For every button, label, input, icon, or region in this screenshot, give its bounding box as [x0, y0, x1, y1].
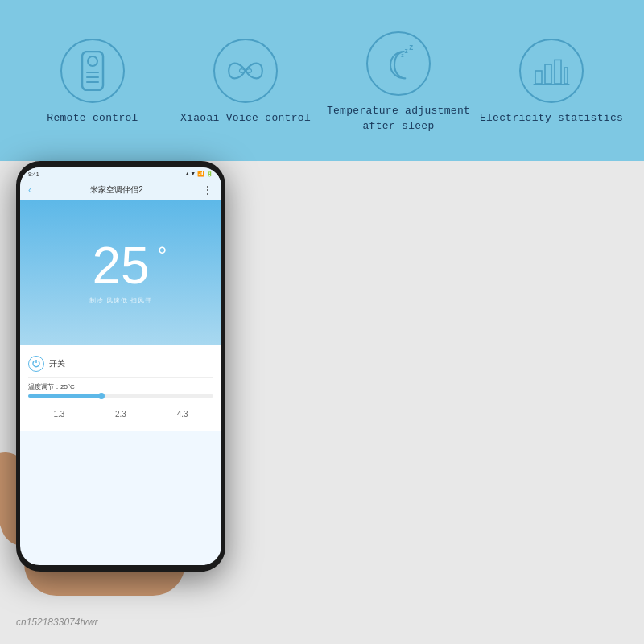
svg-rect-3 — [86, 76, 99, 78]
controls-area: 开关 温度调节：25°C 1.3 2.3 4.3 — [20, 345, 221, 431]
power-button-icon[interactable] — [28, 356, 44, 372]
bottom-num-1[interactable]: 1.3 — [53, 410, 64, 419]
phone-mockup: 9:41 ▲▼ 📶 🔋 ‹ 米家空调伴侣2 ⋮ 25° 制冷 风速低 扫风开 — [16, 161, 225, 572]
menu-icon[interactable]: ⋮ — [202, 184, 213, 196]
stats-icon — [531, 55, 572, 87]
voice-icon — [225, 51, 266, 91]
temperature-display: 25° — [92, 240, 149, 291]
feature-voice-control: Xiaoai Voice control — [173, 39, 318, 126]
electricity-stats-label: Electricity statistics — [480, 111, 623, 126]
svg-rect-11 — [564, 68, 568, 84]
slider-fill — [28, 394, 102, 398]
svg-text:z: z — [409, 43, 413, 52]
watermark: cn1521833074tvwr — [16, 617, 97, 628]
feature-remote-control: Remote control — [20, 39, 165, 126]
power-label: 开关 — [49, 358, 65, 369]
app-nav: ‹ 米家空调伴侣2 ⋮ — [20, 180, 221, 200]
feature-sleep-temp: z z z Temperature adjustment after sleep — [326, 31, 471, 133]
temp-sub-text: 制冷 风速低 扫风开 — [89, 296, 152, 305]
svg-rect-0 — [82, 52, 103, 90]
phone-screen: 9:41 ▲▼ 📶 🔋 ‹ 米家空调伴侣2 ⋮ 25° 制冷 风速低 扫风开 — [20, 167, 221, 565]
status-bar: 9:41 ▲▼ 📶 🔋 — [20, 167, 221, 180]
remote-control-label: Remote control — [47, 111, 138, 126]
sleep-temp-label: Temperature adjustment after sleep — [326, 104, 471, 133]
status-time: 9:41 — [28, 171, 39, 177]
svg-rect-8 — [535, 71, 542, 84]
top-banner: Remote control Xiaoai Voice control z z … — [0, 0, 644, 161]
stats-icon-circle — [519, 39, 584, 103]
svg-rect-9 — [545, 64, 551, 84]
bottom-num-3[interactable]: 4.3 — [177, 410, 188, 419]
sleep-icon: z z z — [378, 43, 419, 84]
bottom-num-2[interactable]: 2.3 — [115, 410, 126, 419]
temp-adjust-row: 温度调节：25°C — [28, 378, 213, 403]
power-row: 开关 — [28, 351, 213, 378]
sleep-icon-circle: z z z — [366, 31, 431, 96]
svg-rect-10 — [555, 60, 561, 85]
remote-icon — [80, 51, 105, 91]
voice-control-icon-circle — [213, 39, 278, 103]
main-area: 9:41 ▲▼ 📶 🔋 ‹ 米家空调伴侣2 ⋮ 25° 制冷 风速低 扫风开 — [0, 161, 644, 644]
status-icons: ▲▼ 📶 🔋 — [184, 171, 213, 177]
temperature-area: 25° 制冷 风速低 扫风开 — [20, 200, 221, 345]
slider-track[interactable] — [28, 394, 213, 398]
svg-text:z: z — [405, 47, 408, 55]
voice-control-label: Xiaoai Voice control — [180, 111, 311, 126]
degree-sign: ° — [158, 243, 167, 267]
svg-point-1 — [88, 56, 97, 66]
remote-control-icon-circle — [60, 39, 125, 103]
app-title: 米家空调伴侣2 — [31, 184, 202, 196]
feature-electricity-stats: Electricity statistics — [479, 39, 624, 126]
svg-rect-2 — [86, 72, 99, 73]
bottom-numbers: 1.3 2.3 4.3 — [28, 403, 213, 425]
temperature-value: 25 — [92, 237, 149, 295]
svg-rect-4 — [86, 81, 99, 83]
slider-thumb[interactable] — [98, 393, 105, 399]
temp-adjust-label: 温度调节：25°C — [28, 382, 213, 391]
